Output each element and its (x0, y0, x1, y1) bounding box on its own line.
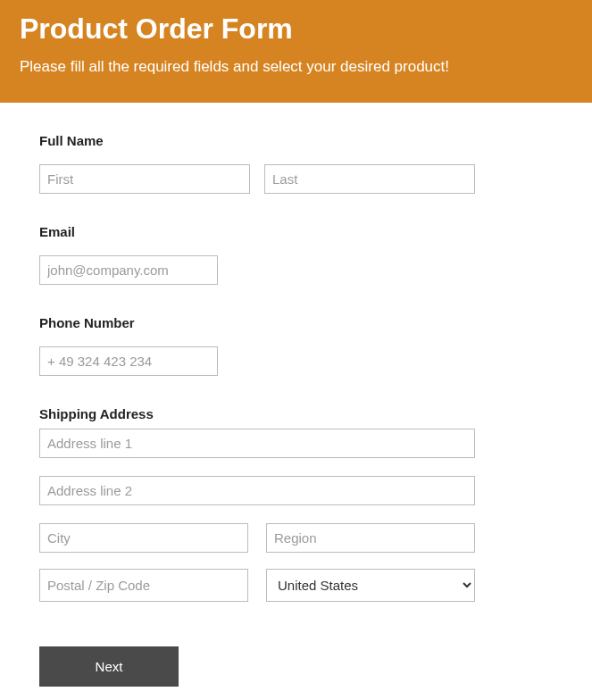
page-title: Product Order Form (20, 12, 572, 46)
shipping-label: Shipping Address (39, 406, 553, 421)
city-region-row (39, 523, 553, 553)
phone-group: Phone Number (39, 315, 553, 376)
email-label: Email (39, 224, 553, 239)
form-body: Full Name Email Phone Number Shipping Ad… (0, 103, 592, 700)
country-select[interactable]: United States (266, 569, 475, 602)
email-group: Email (39, 224, 553, 285)
phone-input[interactable] (39, 346, 218, 376)
shipping-group: Shipping Address United States (39, 406, 553, 602)
email-input[interactable] (39, 255, 218, 285)
last-name-input[interactable] (264, 164, 475, 194)
full-name-row (39, 164, 553, 194)
form-header: Product Order Form Please fill all the r… (0, 0, 592, 103)
address-line2-input[interactable] (39, 476, 475, 505)
full-name-group: Full Name (39, 133, 553, 194)
postal-input[interactable] (39, 569, 248, 602)
phone-label: Phone Number (39, 315, 553, 330)
postal-country-row: United States (39, 569, 553, 602)
region-input[interactable] (266, 523, 475, 553)
page-subtitle: Please fill all the required fields and … (20, 58, 572, 76)
full-name-label: Full Name (39, 133, 553, 148)
first-name-input[interactable] (39, 164, 250, 194)
next-button[interactable]: Next (39, 646, 179, 687)
city-input[interactable] (39, 523, 248, 553)
address-line1-input[interactable] (39, 429, 475, 458)
